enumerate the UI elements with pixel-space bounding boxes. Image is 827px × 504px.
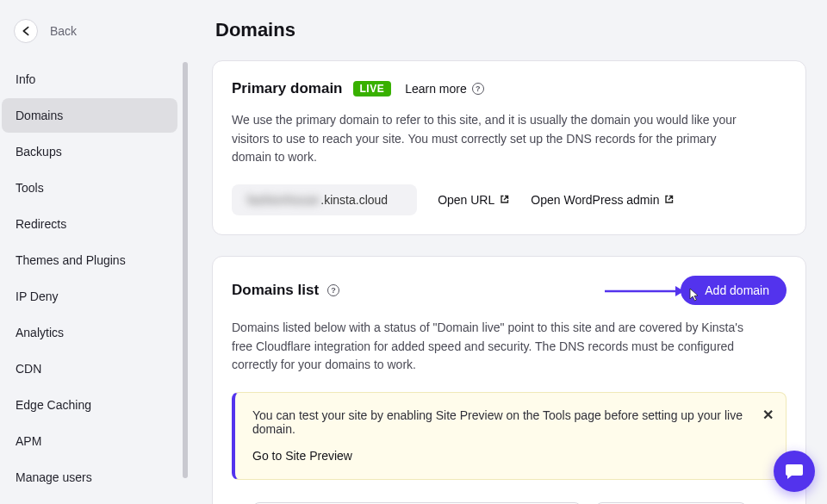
sidebar: Back Info Domains Backups Tools Redirect… <box>0 0 188 504</box>
chat-icon <box>784 461 805 482</box>
primary-domain-row: fashionhouse .kinsta.cloud Open URL Open… <box>232 184 787 215</box>
domain-visible-part: .kinsta.cloud <box>320 193 388 207</box>
primary-domain-title: Primary domain <box>232 80 343 97</box>
go-to-site-preview-link[interactable]: Go to Site Preview <box>252 449 352 463</box>
chat-fab[interactable] <box>774 451 815 492</box>
add-domain-label: Add domain <box>705 283 769 297</box>
close-icon[interactable]: ✕ <box>762 407 774 423</box>
external-link-icon <box>664 193 675 207</box>
sidebar-item-ip-deny[interactable]: IP Deny <box>2 279 177 314</box>
help-icon[interactable]: ? <box>327 284 339 296</box>
cursor-icon <box>687 288 701 303</box>
back-button[interactable] <box>14 19 38 43</box>
site-preview-notice: You can test your site by enabling Site … <box>232 392 787 480</box>
learn-more-label: Learn more <box>405 82 467 96</box>
domain-hidden-part: fashionhouse <box>247 193 319 207</box>
external-link-icon <box>500 193 510 207</box>
live-badge: LIVE <box>353 81 392 96</box>
sidebar-item-analytics[interactable]: Analytics <box>2 315 177 350</box>
primary-domain-header: Primary domain LIVE Learn more ? <box>232 80 787 97</box>
open-url-link[interactable]: Open URL <box>438 193 510 207</box>
open-url-label: Open URL <box>438 193 494 207</box>
domains-list-card: Domains list ? Add domain Domains listed… <box>212 256 806 504</box>
sidebar-item-domains[interactable]: Domains <box>2 98 177 133</box>
sidebar-item-info[interactable]: Info <box>2 62 177 96</box>
main-wrap: Domains Primary domain LIVE Learn more ?… <box>188 0 827 504</box>
sidebar-scrollbar[interactable] <box>183 62 188 478</box>
page-title: Domains <box>215 19 806 41</box>
open-wp-admin-link[interactable]: Open WordPress admin <box>531 193 675 207</box>
sidebar-item-redirects[interactable]: Redirects <box>2 207 177 241</box>
back-label[interactable]: Back <box>50 24 77 38</box>
primary-domain-card: Primary domain LIVE Learn more ? We use … <box>212 60 806 235</box>
main-content: Domains Primary domain LIVE Learn more ?… <box>203 0 815 504</box>
arrow-left-icon <box>20 25 32 37</box>
help-icon: ? <box>472 83 484 95</box>
sidebar-item-edge-caching[interactable]: Edge Caching <box>2 388 177 422</box>
back-row: Back <box>0 10 188 60</box>
open-wp-label: Open WordPress admin <box>531 193 659 207</box>
sidebar-item-backups[interactable]: Backups <box>2 134 177 169</box>
sidebar-item-themes[interactable]: Themes and Plugins <box>2 243 177 277</box>
sidebar-item-apm[interactable]: APM <box>2 424 177 458</box>
primary-domain-value: fashionhouse .kinsta.cloud <box>232 184 417 215</box>
notice-text: You can test your site by enabling Site … <box>252 408 748 436</box>
add-domain-button[interactable]: Add domain <box>681 276 787 305</box>
domains-list-description: Domains listed below with a status of "D… <box>232 319 766 375</box>
learn-more-link[interactable]: Learn more ? <box>405 82 484 96</box>
domains-list-header: Domains list ? Add domain <box>232 276 787 305</box>
sidebar-item-manage-users[interactable]: Manage users <box>2 460 177 494</box>
domains-list-header-left: Domains list ? <box>232 282 339 299</box>
sidebar-item-tools[interactable]: Tools <box>2 171 177 205</box>
domains-list-title: Domains list <box>232 282 319 299</box>
sidebar-nav: Info Domains Backups Tools Redirects The… <box>0 60 188 494</box>
sidebar-item-cdn[interactable]: CDN <box>2 352 177 386</box>
primary-domain-description: We use the primary domain to refer to th… <box>232 111 749 167</box>
